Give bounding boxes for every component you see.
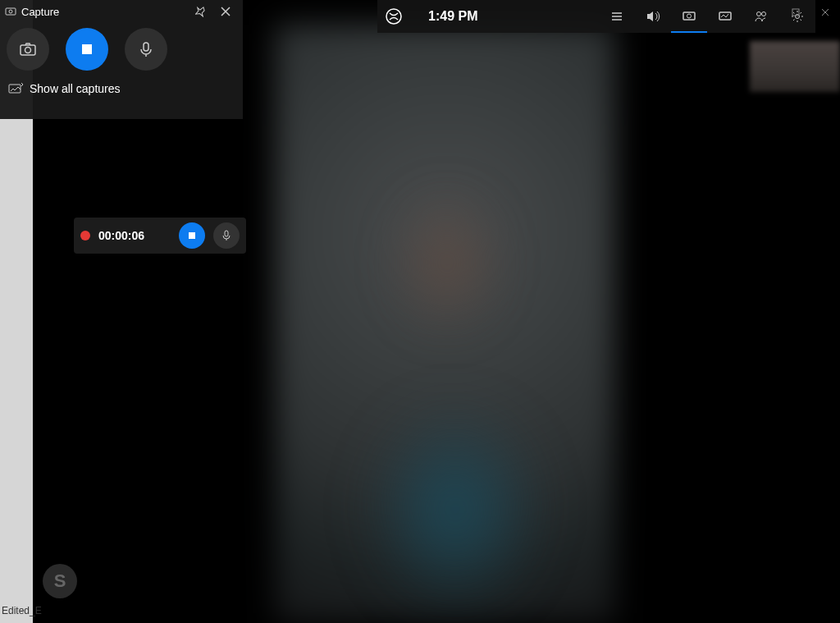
stop-recording-mini-button[interactable] (179, 222, 205, 249)
performance-icon[interactable] (707, 0, 743, 33)
widgets-menu-icon[interactable] (599, 0, 635, 33)
recording-status-widget: 00:00:06 (74, 218, 246, 254)
recording-indicator-dot (80, 231, 90, 240)
microphone-icon (221, 230, 232, 241)
screenshot-button[interactable] (7, 28, 49, 71)
svg-point-9 (9, 10, 12, 13)
svg-point-5 (762, 12, 766, 16)
capture-widget-title: Capture (21, 6, 59, 18)
social-icon[interactable] (743, 0, 779, 33)
microphone-mini-button[interactable] (213, 222, 240, 249)
close-widget-icon[interactable] (213, 0, 238, 23)
svg-point-11 (25, 48, 31, 53)
skype-icon[interactable]: S (43, 564, 77, 598)
maximize-button[interactable] (781, 0, 810, 25)
show-all-captures-label: Show all captures (30, 82, 121, 95)
svg-rect-15 (189, 232, 195, 239)
stop-recording-button[interactable] (66, 28, 108, 71)
capture-widget-header: Capture (0, 0, 243, 23)
gallery-icon (8, 82, 23, 95)
stop-icon (81, 44, 93, 55)
clock: 1:49 PM (428, 9, 477, 24)
svg-rect-16 (225, 231, 228, 236)
audio-icon[interactable] (635, 0, 671, 33)
skype-logo-letter: S (54, 570, 66, 592)
show-all-captures-link[interactable]: Show all captures (0, 76, 243, 102)
desktop-file-label[interactable]: Edited_E (2, 605, 42, 616)
svg-rect-1 (683, 12, 695, 20)
camera-icon (19, 40, 37, 58)
svg-rect-12 (82, 44, 92, 54)
svg-rect-13 (144, 43, 148, 51)
stop-icon (188, 231, 196, 240)
close-window-button[interactable] (810, 0, 840, 25)
microphone-button[interactable] (125, 28, 167, 71)
video-feed-main (275, 25, 615, 623)
svg-point-0 (386, 9, 401, 24)
capture-widget: Capture Show all captures (0, 0, 243, 119)
svg-point-2 (687, 14, 692, 18)
gamebar-top: 1:49 PM (377, 0, 815, 33)
recording-elapsed-time: 00:00:06 (98, 229, 171, 242)
window-controls (781, 0, 840, 25)
microphone-icon (138, 41, 154, 57)
svg-rect-8 (6, 8, 16, 15)
xbox-icon[interactable] (384, 7, 404, 26)
capture-title-icon (5, 6, 16, 17)
pin-icon[interactable] (189, 0, 213, 23)
capture-top-icon[interactable] (671, 0, 707, 33)
svg-rect-7 (792, 9, 799, 16)
svg-rect-14 (9, 85, 21, 93)
self-view-pip[interactable] (750, 41, 840, 92)
svg-point-4 (757, 12, 761, 16)
